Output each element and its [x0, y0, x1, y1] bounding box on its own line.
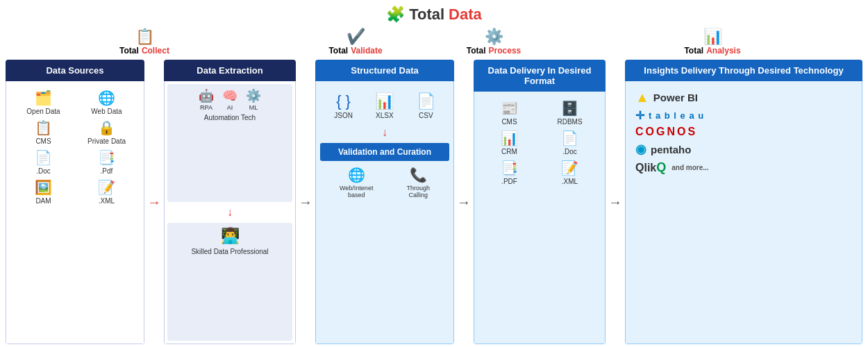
collect-red: Collect	[142, 46, 169, 56]
datasources-body: 🗂️ Open Data 🌐 Web Data 📋 CMS 🔒 Pri	[6, 81, 144, 344]
validate-red: Validate	[351, 46, 382, 56]
webdata-label: Web Data	[91, 108, 122, 115]
insights-body: ▲ Power BI ✛ t a b l e a u COGNOS ◉	[625, 81, 862, 344]
web-icon: 🌐	[348, 167, 365, 183]
delivery-xml-label: .XML	[562, 178, 578, 185]
datasource-xml: 📝 .XML	[76, 179, 137, 205]
page-wrapper: 🧩 TotalData 📋 TotalCollect ✔️ TotalValid…	[0, 0, 868, 347]
datasource-dam: 🖼️ DAM	[13, 179, 74, 205]
collect-icon: 📋	[135, 28, 154, 46]
logo-area: 🧩 TotalData	[386, 6, 482, 24]
main-content: Data Sources 🗂️ Open Data 🌐 Web Data �	[0, 57, 868, 347]
delivery-doc: 📄 .Doc	[542, 130, 598, 155]
ml-item: ⚙️ ML	[246, 88, 261, 111]
extraction-body: 🤖 RPA 🧠 AI ⚙️ ML Automation Tech	[164, 81, 296, 344]
powerbi-item: ▲ Power BI	[635, 90, 852, 105]
web-based-item: 🌐 Web/Intenetbased	[340, 167, 373, 198]
rpa-item: 🤖 RPA	[199, 88, 214, 111]
datasource-doc: 📄 .Doc	[13, 149, 74, 175]
private-icon: 🔒	[98, 119, 115, 136]
ml-label: ML	[249, 104, 258, 111]
delivery-xml: 📝 .XML	[542, 160, 598, 185]
extraction-title: Data Extraction	[197, 65, 262, 76]
top-header: 🧩 TotalData	[0, 0, 868, 26]
section-datasources: Data Sources 🗂️ Open Data 🌐 Web Data �	[6, 60, 144, 344]
product-header-row: 📋 TotalCollect ✔️ TotalValidate ⚙️ Total…	[0, 26, 868, 57]
tableau-cross-icon: ✛	[635, 109, 644, 122]
opendata-icon: 🗂️	[35, 90, 52, 106]
collect-total: Total	[119, 46, 139, 56]
skilled-icon: 👨‍💻	[221, 227, 240, 245]
insights-logos: ▲ Power BI ✛ t a b l e a u COGNOS ◉	[630, 87, 858, 178]
csv-item: 📄 CSV	[417, 92, 435, 119]
product-process-header: ⚙️ TotalProcess	[428, 28, 560, 56]
structured-title: Structured Data	[351, 65, 419, 76]
section-extraction: Data Extraction 🤖 RPA 🧠 AI	[164, 60, 296, 344]
rpa-icon: 🤖	[199, 88, 214, 103]
automation-label: Automation Tech	[204, 114, 256, 121]
delivery-pdf-label: .PDF	[501, 178, 517, 185]
structured-header: Structured Data	[315, 60, 454, 81]
dam-label: DAM	[35, 197, 51, 205]
delivery-cms-label: CMS	[501, 118, 517, 126]
analysis-label: TotalAnalysis	[684, 46, 740, 56]
datasource-opendata: 🗂️ Open Data	[13, 90, 74, 115]
delivery-doc-icon: 📄	[561, 130, 578, 146]
datasource-private: 🔒 Private Data	[76, 119, 137, 145]
datasources-header: Data Sources	[6, 60, 144, 81]
delivery-cms-icon: 📰	[501, 100, 518, 117]
ai-label: AI	[227, 104, 233, 111]
process-red: Process	[489, 46, 521, 56]
doc-icon: 📄	[35, 149, 52, 166]
delivery-pdf-icon: 📑	[501, 160, 518, 176]
delivery-pdf: 📑 .PDF	[481, 160, 537, 185]
structured-body: { } JSON 📊 XLSX 📄 CSV ↓ Validation and C	[315, 81, 454, 344]
datasource-cms: 📋 CMS	[13, 119, 74, 145]
down-arrow-structured: ↓	[320, 126, 449, 139]
product-collect-header: 📋 TotalCollect	[6, 28, 283, 56]
arrow-structured-delivery: →	[457, 60, 471, 344]
xlsx-label: XLSX	[376, 112, 394, 119]
delivery-crm-label: CRM	[501, 148, 517, 155]
analysis-total: Total	[684, 46, 703, 56]
pentaho-icon: ◉	[635, 142, 646, 157]
delivery-header: Data Delivery In Desired Format	[474, 60, 606, 92]
right-arrow-2: →	[299, 194, 312, 210]
private-label: Private Data	[87, 137, 126, 145]
down-arrow-extraction: ↓	[167, 206, 292, 219]
json-icon: { }	[336, 92, 351, 110]
doc-label: .Doc	[36, 167, 51, 175]
json-item: { } JSON	[334, 92, 353, 119]
calling-label: ThroughCalling	[406, 185, 430, 198]
section-insights: Insights Delivery Through Desired Techno…	[625, 60, 862, 344]
product-validate-header: ✔️ TotalValidate	[286, 28, 425, 56]
qlik-label: QlikQ	[635, 160, 666, 175]
delivery-crm-icon: 📊	[501, 130, 518, 146]
opendata-label: Open Data	[26, 108, 60, 115]
pentaho-label: pentaho	[651, 144, 691, 155]
process-label: TotalProcess	[467, 46, 521, 56]
qlik-item: QlikQ and more...	[635, 160, 852, 175]
dam-icon: 🖼️	[35, 179, 52, 196]
validation-items: 🌐 Web/Intenetbased 📞 ThroughCalling	[320, 161, 449, 204]
json-label: JSON	[334, 112, 353, 119]
arrow-delivery-insights: →	[608, 60, 622, 344]
pdf-icon: 📑	[98, 149, 115, 166]
delivery-title: Data Delivery In Desired Format	[488, 65, 592, 86]
datasource-pdf: 📑 .Pdf	[76, 149, 137, 175]
rpa-label: RPA	[200, 104, 212, 111]
calling-icon: 📞	[410, 167, 427, 183]
logo-data: Data	[449, 6, 482, 24]
cognos-item: COGNOS	[635, 126, 852, 138]
collect-label: TotalCollect	[119, 46, 169, 56]
insights-title: Insights Delivery Through Desired Techno…	[644, 65, 843, 76]
analysis-red: Analysis	[706, 46, 740, 56]
validate-total: Total	[328, 46, 348, 56]
tableau-label: t a b l e a u	[649, 110, 704, 121]
right-arrow-3: →	[457, 194, 471, 210]
right-arrow-4: →	[608, 194, 622, 210]
delivery-rdbms-label: RDBMS	[557, 118, 582, 126]
section-delivery: Data Delivery In Desired Format 📰 CMS 🗄️…	[474, 60, 606, 344]
cms-icon: 📋	[35, 119, 52, 136]
ml-icon: ⚙️	[246, 88, 261, 103]
